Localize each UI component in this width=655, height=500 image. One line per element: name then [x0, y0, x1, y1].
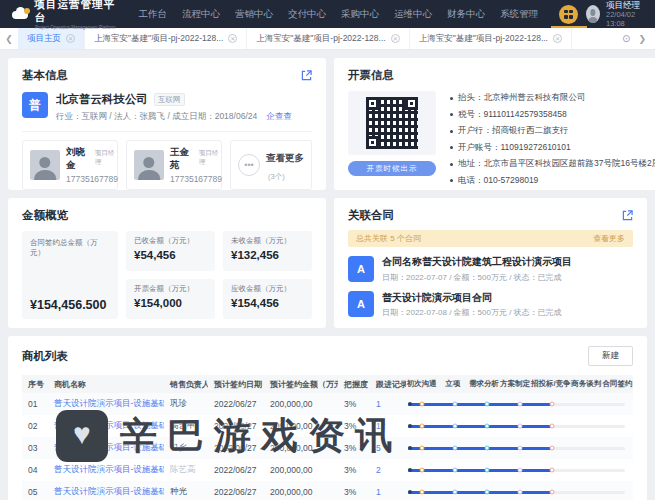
table-row: 01 普天设计院演示项目-设施基础建设 巩珍 2022/06/27 200,00…	[22, 393, 633, 415]
opportunity-list-card: 商机列表 新建 序号 商机名称 销售负责人 预计签约日期 预计签约金额（万元） …	[8, 336, 647, 500]
invoice-field-taxno: 税号：911101142579358458	[458, 109, 567, 121]
external-link-icon[interactable]	[301, 70, 312, 81]
col-confidence: 把握度	[338, 379, 370, 390]
contact-card[interactable]: 刘晓金 项目经理 17735167789	[22, 140, 118, 190]
stage-col: 合同签约	[602, 379, 633, 389]
external-link-icon[interactable]	[622, 210, 633, 221]
close-circle-icon[interactable]: ✕	[228, 34, 237, 43]
table-header-row: 序号 商机名称 销售负责人 预计签约日期 预计签约金额（万元） 把握度 跟进记录…	[22, 375, 633, 393]
contact-role: 项目经理	[95, 149, 118, 167]
company-avatar: 普	[22, 92, 48, 118]
unreceived-amount-tile: 未收金额（万元） ¥132,456	[223, 231, 312, 271]
tab-label: 上海宝安"基建"项目-pj-2022-128...	[419, 33, 548, 45]
close-circle-icon[interactable]: ✕	[553, 34, 562, 43]
invoice-info-title: 开票信息	[348, 68, 394, 83]
apps-button-wrap	[551, 0, 586, 28]
contract-item[interactable]: A 合同名称普天设计院建筑工程设计演示项目 日期：2022-07-07 / 金额…	[348, 255, 633, 283]
qichacha-link[interactable]: 企查查	[266, 111, 292, 123]
stage-progress-bar[interactable]	[406, 459, 633, 481]
apps-launcher-button[interactable]	[559, 5, 578, 24]
company-meta: 行业：互联网 / 法人：张腾飞 / 成立日期：2018/06/24	[56, 111, 257, 123]
tab-label: 上海宝安"基建"项目-pj-2022-128...	[94, 33, 223, 45]
amount-overview-title: 金额概览	[22, 208, 68, 223]
contact-card[interactable]: 王金苑 项目经理 17735167789	[126, 140, 222, 190]
bullet-icon	[450, 163, 453, 166]
follow-up-records-link[interactable]: 5	[370, 443, 406, 453]
tab-project-2[interactable]: 上海宝安"基建"项目-pj-2022-128... ✕	[247, 28, 409, 49]
page-content: 基本信息 普 北京普云科技公司 互联网 行业：互联网 / 法人：张腾飞 / 成立…	[0, 50, 655, 500]
contract-meta: 日期：2022-07-08 / 金额：500万元 / 状态：已完成	[382, 307, 562, 318]
menu-item-system-admin[interactable]: 系统管理	[500, 8, 538, 21]
qr-panel	[348, 91, 436, 155]
chevron-left-icon[interactable]: ❮	[0, 28, 18, 49]
invoice-info-card: 开票信息 开票时候出示 抬头：北京神州普云科技有限公司 税号：911101142…	[334, 58, 655, 190]
follow-up-records-link[interactable]: 1	[370, 487, 406, 497]
new-opportunity-button[interactable]: 新建	[588, 346, 633, 366]
menu-item-delivery-center[interactable]: 交付中心	[288, 8, 326, 21]
contact-name: 刘晓金	[66, 146, 92, 172]
stage-progress-bar[interactable]	[406, 393, 633, 415]
cloud-logo-icon	[10, 6, 30, 22]
follow-up-records-link[interactable]: 2	[370, 465, 406, 475]
menu-item-procurement-center[interactable]: 采购中心	[341, 8, 379, 21]
chevron-right-icon[interactable]: ❯	[638, 34, 646, 44]
opportunity-link[interactable]: 普天设计院演示项目-设施基础建设	[48, 420, 164, 432]
stage-progress-bar[interactable]	[406, 481, 633, 500]
menu-item-process-center[interactable]: 流程中心	[182, 8, 220, 21]
bullet-icon	[450, 146, 453, 149]
company-block: 普 北京普云科技公司 互联网 行业：互联网 / 法人：张腾飞 / 成立日期：20…	[22, 92, 312, 123]
menu-item-ops-center[interactable]: 运维中心	[394, 8, 432, 21]
contact-phone: 17735167789	[170, 174, 222, 184]
row-date: 2022/06/27	[208, 399, 264, 409]
tab-label: 项目主页	[27, 33, 61, 45]
amount-label: 已收金额（万元）	[134, 236, 207, 246]
follow-up-records-link[interactable]: 12	[370, 421, 406, 431]
amount-label: 应收金额（万元）	[231, 284, 304, 294]
follow-up-records-link[interactable]: 1	[370, 399, 406, 409]
table-row: 05 普天设计院演示项目-设施基础建设 种光 2022/06/27 200,00…	[22, 481, 633, 500]
opportunity-link[interactable]: 普天设计院演示项目-设施基础建设	[48, 464, 164, 476]
tab-bar: ❮ 项目主页 ✕ 上海宝安"基建"项目-pj-2022-128... ✕ 上海宝…	[0, 28, 655, 50]
tab-project-3[interactable]: 上海宝安"基建"项目-pj-2022-128... ✕	[410, 28, 572, 49]
col-name: 商机名称	[48, 379, 164, 390]
row-no: 03	[22, 443, 48, 453]
opportunity-link[interactable]: 普天设计院演示项目-设施基础建设	[48, 442, 164, 454]
row-date: 2022/06/27	[208, 465, 264, 475]
amount-value: ¥154,456.500	[30, 298, 110, 312]
contact-phone: 17735167789	[66, 174, 118, 184]
app-title: 项目运营管理平台	[35, 0, 125, 24]
bullet-icon	[450, 97, 453, 100]
menu-item-marketing-center[interactable]: 营销中心	[235, 8, 273, 21]
stage-progress-bar[interactable]	[406, 437, 633, 459]
tab-overflow-icon[interactable]: ⊙	[622, 33, 630, 44]
row-amount: 200,000,00	[264, 443, 338, 453]
app-subtitle: Project Operation Management Platform	[35, 24, 116, 29]
tab-project-1[interactable]: 上海宝安"基建"项目-pj-2022-128... ✕	[85, 28, 247, 49]
bullet-icon	[450, 179, 453, 182]
opportunity-link[interactable]: 普天设计院演示项目-设施基础建设	[48, 486, 164, 498]
close-circle-icon[interactable]: ✕	[391, 34, 400, 43]
close-circle-icon[interactable]: ✕	[66, 34, 75, 43]
opportunity-link[interactable]: 普天设计院演示项目-设施基础建设	[48, 398, 164, 410]
stage-col: 招投标/竞争	[531, 379, 571, 389]
menu-item-finance-center[interactable]: 财务中心	[447, 8, 485, 21]
apps-grid-icon	[564, 10, 573, 19]
tab-project-home[interactable]: 项目主页 ✕	[18, 28, 85, 49]
view-more-link[interactable]: 查看更多	[593, 233, 625, 244]
show-invoice-qr-button[interactable]: 开票时候出示	[348, 161, 436, 176]
stage-progress-bar[interactable]	[406, 415, 633, 437]
divider	[22, 131, 312, 132]
col-no: 序号	[22, 379, 48, 390]
menu-item-workbench[interactable]: 工作台	[139, 8, 168, 21]
company-tag: 互联网	[154, 93, 185, 106]
amount-label: 开票金额（万元）	[134, 284, 207, 294]
user-info[interactable]: 项目经理 22/04/02 13:08	[586, 0, 645, 28]
invoiced-amount-tile: 开票金额（万元） ¥154,000	[126, 279, 215, 319]
invoice-field-account: 开户账号：110919272610101	[458, 142, 571, 154]
view-more-contacts[interactable]: ••• 查看更多(3个)	[230, 140, 312, 190]
stage-col: 方案制定	[500, 379, 531, 389]
row-no: 01	[22, 399, 48, 409]
contract-meta: 日期：2022-07-07 / 金额：500万元 / 状态：已完成	[382, 272, 572, 283]
bullet-icon	[450, 130, 453, 133]
contract-item[interactable]: A 普天设计院演示项目合同 日期：2022-07-08 / 金额：500万元 /…	[348, 291, 633, 319]
